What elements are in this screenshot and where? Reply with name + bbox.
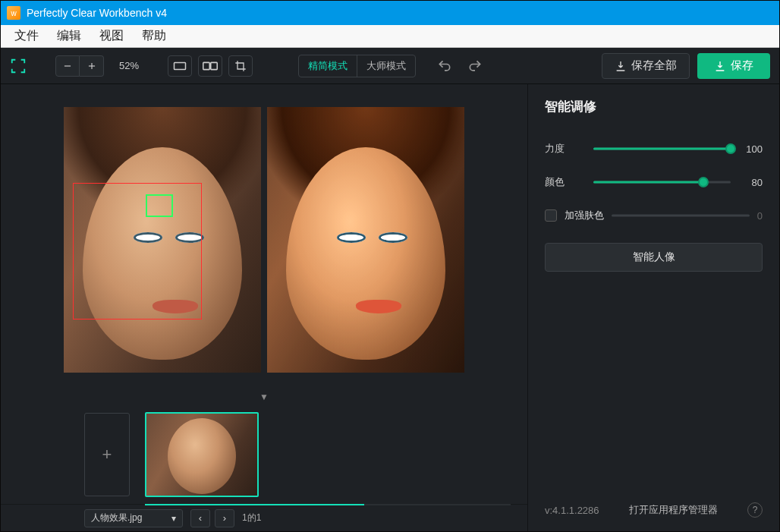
save-label: 保存 bbox=[731, 58, 753, 73]
smart-portrait-button[interactable]: 智能人像 bbox=[545, 243, 763, 272]
zoom-level-label: 52% bbox=[119, 60, 139, 71]
zoom-group bbox=[55, 55, 104, 77]
image-viewer[interactable] bbox=[1, 84, 527, 389]
save-button[interactable]: 保存 bbox=[697, 53, 770, 79]
download-icon bbox=[714, 60, 726, 72]
download-icon bbox=[615, 60, 627, 72]
toolbar: 52% 精简模式 大师模式 保存全部 保存 bbox=[1, 48, 779, 84]
zoom-out-button[interactable] bbox=[55, 55, 80, 77]
filmstrip: + bbox=[1, 405, 527, 504]
color-row: 颜色 80 bbox=[545, 168, 763, 196]
after-image bbox=[267, 107, 464, 373]
fit-screen-icon[interactable] bbox=[10, 58, 27, 74]
panel-title: 智能调修 bbox=[545, 98, 763, 115]
collapse-filmstrip-icon[interactable]: ▼ bbox=[259, 392, 269, 402]
crop-view-button[interactable] bbox=[228, 55, 253, 77]
strength-row: 力度 100 bbox=[545, 135, 763, 162]
edit-mode-toggle: 精简模式 大师模式 bbox=[298, 55, 416, 77]
help-icon[interactable]: ? bbox=[747, 502, 763, 518]
filename-label: 人物效果.jpg bbox=[91, 512, 142, 524]
filmstrip-toggle-row: ▼ bbox=[1, 389, 527, 405]
enhance-skin-value: 0 bbox=[757, 210, 763, 222]
undo-button[interactable] bbox=[437, 58, 452, 74]
version-label: v:4.1.1.2286 bbox=[545, 505, 599, 516]
svg-rect-3 bbox=[175, 62, 186, 69]
enhance-skin-row: 加强肤色 0 bbox=[545, 202, 763, 229]
menu-view[interactable]: 视图 bbox=[90, 25, 133, 47]
menu-file[interactable]: 文件 bbox=[5, 25, 48, 47]
view-layout-group bbox=[168, 55, 253, 77]
enhance-skin-slider bbox=[612, 208, 750, 223]
menu-bar: 文件 编辑 视图 帮助 bbox=[1, 25, 779, 48]
history-group bbox=[437, 58, 483, 74]
simple-mode-button[interactable]: 精简模式 bbox=[299, 55, 357, 77]
master-mode-button[interactable]: 大师模式 bbox=[357, 55, 415, 77]
open-app-manager-link[interactable]: 打开应用程序管理器 bbox=[629, 503, 718, 517]
save-all-button[interactable]: 保存全部 bbox=[602, 53, 690, 79]
enhance-skin-checkbox[interactable] bbox=[545, 209, 557, 222]
svg-rect-5 bbox=[211, 62, 217, 69]
thumbnail-selected[interactable] bbox=[145, 412, 259, 497]
menu-help[interactable]: 帮助 bbox=[133, 25, 175, 47]
prev-file-button[interactable]: ‹ bbox=[190, 509, 210, 527]
color-value: 80 bbox=[738, 177, 763, 188]
plus-icon: + bbox=[102, 445, 112, 464]
strength-value: 100 bbox=[738, 143, 763, 155]
add-image-button[interactable]: + bbox=[84, 413, 130, 496]
adjustments-panel: 智能调修 力度 100 颜色 80 加强肤色 0 智能人像 bbox=[527, 84, 779, 531]
main-area: ▼ + 人物效果.jpg ▾ ‹ › 1的1 智能调修 bbox=[1, 84, 779, 531]
split-view-button[interactable] bbox=[198, 55, 222, 77]
svg-rect-4 bbox=[203, 62, 209, 69]
app-logo-icon: w bbox=[7, 6, 20, 20]
save-all-label: 保存全部 bbox=[631, 58, 677, 73]
next-file-button[interactable]: › bbox=[215, 509, 234, 527]
canvas-pane: ▼ + 人物效果.jpg ▾ ‹ › 1的1 bbox=[1, 84, 527, 531]
strength-label: 力度 bbox=[545, 142, 586, 156]
enhance-skin-label: 加强肤色 bbox=[565, 209, 604, 222]
smart-portrait-label: 智能人像 bbox=[633, 250, 675, 264]
menu-edit[interactable]: 编辑 bbox=[48, 25, 90, 47]
color-label: 颜色 bbox=[545, 175, 586, 189]
page-indicator: 1的1 bbox=[242, 512, 261, 524]
file-nav-group: ‹ › bbox=[190, 509, 234, 527]
chevron-down-icon: ▾ bbox=[171, 513, 176, 524]
zoom-in-button[interactable] bbox=[80, 55, 104, 77]
filmstrip-scrollbar[interactable] bbox=[145, 504, 511, 505]
window-titlebar: w Perfectly Clear Workbench v4 bbox=[1, 1, 779, 25]
window-title: Perfectly Clear Workbench v4 bbox=[27, 7, 167, 19]
redo-button[interactable] bbox=[467, 58, 483, 74]
single-view-button[interactable] bbox=[168, 55, 192, 77]
status-bar: 人物效果.jpg ▾ ‹ › 1的1 bbox=[1, 504, 527, 531]
filename-dropdown[interactable]: 人物效果.jpg ▾ bbox=[84, 509, 183, 527]
before-image bbox=[64, 107, 261, 373]
color-slider[interactable] bbox=[593, 175, 731, 190]
strength-slider[interactable] bbox=[593, 141, 731, 156]
